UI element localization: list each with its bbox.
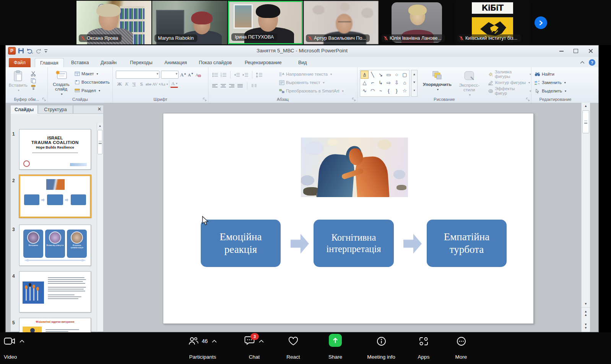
shape-arrow[interactable]: ↘ <box>377 71 385 79</box>
text-direction-button[interactable]: AНаправление текста <box>279 70 344 78</box>
font-name-select[interactable] <box>116 71 159 79</box>
slide-thumbnail-4[interactable] <box>19 271 91 312</box>
bullets-icon[interactable] <box>212 73 218 77</box>
scroll-thumb[interactable] <box>582 110 589 133</box>
panel-scrollbar[interactable]: ▲ <box>97 123 103 331</box>
layout-button[interactable]: Макет <box>75 70 110 78</box>
strikethrough-button[interactable]: abe <box>145 80 152 88</box>
close-button[interactable] <box>585 47 596 55</box>
share-control[interactable]: Share <box>318 335 353 361</box>
participants-control[interactable]: 46 Participants <box>183 335 223 361</box>
tab-view[interactable]: Вид <box>293 58 312 67</box>
character-spacing-button[interactable]: AV <box>152 80 161 88</box>
dialog-launcher-icon[interactable] <box>203 97 207 102</box>
grow-font-button[interactable]: A▲ <box>180 72 186 78</box>
arrange-button[interactable]: Упорядочить <box>423 70 452 97</box>
section-button[interactable]: Раздел <box>75 86 110 95</box>
increase-indent-icon[interactable] <box>242 73 249 77</box>
video-tile-kibit[interactable]: КіБіТ Київський інститут біз... <box>455 1 530 44</box>
video-tile-artur[interactable]: Артур Васильович По... <box>304 1 379 44</box>
italic-button[interactable]: К <box>123 80 130 88</box>
paste-button[interactable]: Вставить <box>9 70 28 92</box>
dialog-launcher-icon[interactable] <box>526 97 530 102</box>
shape-textbox[interactable]: A <box>361 71 369 79</box>
shapes-scroll-down-icon[interactable]: ▼ <box>411 78 417 86</box>
bold-button[interactable]: Ж <box>116 80 123 88</box>
change-case-button[interactable]: Aa <box>161 80 168 88</box>
restore-button[interactable] <box>570 47 582 55</box>
video-options-chevron-icon[interactable] <box>19 340 25 343</box>
line-spacing-icon[interactable] <box>256 73 263 78</box>
panel-scroll-thumb[interactable] <box>98 130 102 154</box>
shapes-gallery[interactable]: A ╲ ↘ ▭ ○ ▢ △ ⌐ ↳ ⇨ ⇩ ⌂ ∿ ◠ ~ { } <box>360 70 410 97</box>
scroll-down-icon[interactable]: ▼ <box>582 301 590 307</box>
select-button[interactable]: Выделить <box>535 87 579 95</box>
shape-rectangle[interactable]: ▭ <box>385 71 393 79</box>
video-tile-maryna[interactable]: Maryna Riabokin <box>152 1 227 44</box>
convert-smartart-button[interactable]: Преобразовать в SmartArt <box>279 87 344 95</box>
justify-icon[interactable] <box>237 84 243 88</box>
underline-button[interactable]: Ч <box>130 80 138 88</box>
participants-options-chevron-icon[interactable] <box>211 340 217 343</box>
align-center-icon[interactable] <box>221 84 226 88</box>
shape-curve[interactable]: ~ <box>377 87 385 95</box>
minimize-button[interactable] <box>556 47 567 55</box>
replace-button[interactable]: abacЗаменить <box>535 78 579 87</box>
shape-right-arrow[interactable]: ⇨ <box>385 79 393 87</box>
dialog-launcher-icon[interactable] <box>352 97 356 102</box>
format-painter-icon[interactable] <box>31 85 36 90</box>
tab-outline[interactable]: Структура <box>38 105 73 114</box>
dialog-launcher-icon[interactable] <box>42 97 46 102</box>
tab-file[interactable]: Файл <box>9 58 31 67</box>
cut-icon[interactable] <box>31 71 36 76</box>
numbering-icon[interactable]: 123 <box>221 73 227 77</box>
copy-icon[interactable] <box>31 78 36 83</box>
new-slide-button[interactable]: Создать слайд <box>50 70 72 96</box>
main-vertical-scrollbar[interactable]: ▲ ▼ ▲▲ ▼▼ <box>581 103 590 332</box>
decrease-indent-icon[interactable] <box>234 73 240 77</box>
shapes-scrollbar[interactable]: ▲▼▾ <box>411 70 418 97</box>
shapes-scroll-up-icon[interactable]: ▲ <box>411 70 417 78</box>
apps-control[interactable]: Apps <box>408 335 439 361</box>
shape-pentagon[interactable]: ⌂ <box>401 79 409 87</box>
current-slide-canvas[interactable]: Емоційна реакція Когнітивна інтерпретаці… <box>163 113 534 324</box>
columns-icon[interactable] <box>251 84 257 88</box>
meeting-info-control[interactable]: Meeting info <box>359 335 404 361</box>
video-control[interactable]: Video <box>0 335 41 361</box>
title-bar[interactable]: P Заняття 5_МВС - Microsoft PowerPoint <box>6 45 598 57</box>
font-size-select[interactable] <box>161 71 179 79</box>
react-control[interactable]: React <box>278 335 308 361</box>
video-tile-oksana[interactable]: Оксана Ярова <box>76 1 151 44</box>
tab-slides-thumbnails[interactable]: Слайды <box>10 105 38 114</box>
quick-styles-button[interactable]: Экспресс-стили <box>454 70 485 97</box>
video-tile-iryna-active-speaker[interactable]: Ірина ПЄТУХОВА <box>228 1 303 44</box>
diagram-box-emotional-reaction[interactable]: Емоційна реакція <box>201 220 281 267</box>
shape-oval[interactable]: ○ <box>393 71 401 79</box>
shape-fill-button[interactable]: Заливка фигуры <box>488 70 531 78</box>
scroll-up-icon[interactable]: ▲ <box>582 103 590 109</box>
next-slide-button[interactable]: ▼▼ <box>582 320 590 332</box>
shape-arc[interactable]: ◠ <box>369 87 377 95</box>
align-right-icon[interactable] <box>229 84 235 88</box>
shape-rounded-rectangle[interactable]: ▢ <box>401 71 409 79</box>
previous-slide-button[interactable]: ▲▲ <box>582 307 590 319</box>
collapse-ribbon-icon[interactable] <box>580 61 585 64</box>
tab-home[interactable]: Главная <box>35 58 64 68</box>
align-text-button[interactable]: Выровнять текст <box>279 78 344 87</box>
shape-outline-button[interactable]: Контур фигуры <box>488 78 531 87</box>
shape-elbow-arrow[interactable]: ↳ <box>377 79 385 87</box>
shape-left-brace[interactable]: { <box>385 87 393 95</box>
slide-thumbnail-3[interactable]: Вигорання Втома від співчуття Вторинна т… <box>19 225 91 266</box>
shape-scribble[interactable]: ∿ <box>361 87 369 95</box>
shapes-more-icon[interactable]: ▾ <box>411 86 417 94</box>
font-color-button[interactable]: A <box>171 81 178 88</box>
diagram-box-cognitive-interpretation[interactable]: Когнітивна інтерпретація <box>314 220 394 267</box>
shape-elbow[interactable]: ⌐ <box>369 79 377 87</box>
diagram-box-empathic-care[interactable]: Емпатійна турбота <box>427 220 507 267</box>
shape-effects-button[interactable]: Эффекты фигур <box>488 87 531 95</box>
shrink-font-button[interactable]: A▼ <box>188 72 193 77</box>
text-shadow-button[interactable]: S <box>138 80 145 88</box>
slide-artwork-empathy-image[interactable] <box>301 138 408 197</box>
shape-star[interactable]: ☆ <box>401 87 409 95</box>
chat-options-chevron-icon[interactable] <box>258 340 264 343</box>
